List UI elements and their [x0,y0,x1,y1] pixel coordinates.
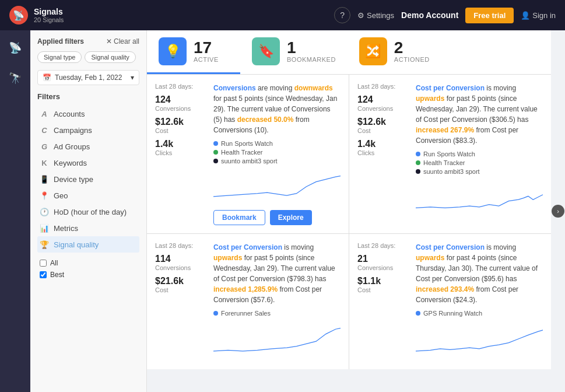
checkbox-all-input[interactable] [40,260,47,267]
card-3: Last 28 days: 114 Conversions $21.6k Cos… [147,234,349,369]
card-2-text: Cost per Conversion is moving upwards fo… [416,83,543,146]
tab-bookmarked[interactable]: 🔖 1 BOOKMARKED [240,30,348,74]
filter-accounts-label: Accounts [54,110,85,118]
chevron-down-icon: ▾ [131,74,134,82]
help-button[interactable]: ? [334,7,350,23]
checkbox-best-label: Best [50,271,64,279]
card-3-period: Last 28 days: [155,242,208,249]
filter-campaigns[interactable]: C Campaigns [37,122,139,138]
top-navigation: 📡 Signals 20 Signals ? ⚙ Settings Demo A… [0,0,565,30]
filter-metrics[interactable]: 📊 Metrics [37,220,139,236]
card-4-period: Last 28 days: [357,242,410,249]
card-3-sources: Forerunner Sales [213,310,341,317]
filter-campaigns-label: Campaigns [54,126,92,135]
filter-ad-groups[interactable]: G Ad Groups [37,138,139,155]
source-c3-dot [213,311,218,316]
filters-section-label: Filters [37,92,139,101]
actioned-count: 2 [394,40,430,56]
filter-keywords-label: Keywords [54,159,87,167]
filter-hod[interactable]: 🕐 HoD (hour of the day) [37,204,139,220]
nav-right: ? ⚙ Settings Demo Account Free trial 👤 S… [334,7,556,23]
filter-metrics-label: Metrics [54,224,78,233]
checkbox-best-input[interactable] [40,271,47,278]
card-1-period: Last 28 days: [155,83,208,90]
card-1: Last 28 days: 124 Conversions $12.6k Cos… [147,75,349,233]
card-4-metric-link[interactable]: Cost per Conversion [416,243,485,251]
card-2-cost: $12.6k Cost [357,117,410,134]
card-2-inner: Last 28 days: 124 Conversions $12.6k Cos… [357,83,543,219]
expand-panel: › [551,30,565,392]
applied-filters-label: Applied filters [37,37,84,46]
card-3-text: Cost per Conversion is moving upwards fo… [213,242,341,305]
bookmarked-count: 1 [287,40,336,56]
filter-device-type[interactable]: 📱 Device type [37,171,139,187]
checkbox-all[interactable]: All [40,257,137,269]
filter-signal-quality[interactable]: 🏆 Signal quality [37,236,139,253]
free-trial-button[interactable]: Free trial [465,8,514,23]
tab-active[interactable]: 💡 17 ACTIVE [147,30,240,74]
card-4-cost: $1.1k Cost [357,276,410,293]
card-3-stats: Last 28 days: 114 Conversions $21.6k Cos… [155,242,208,361]
icon-rail: 📡 🔭 [0,30,30,392]
card-2-metric-link[interactable]: Cost per Conversion [416,84,485,92]
accounts-icon: A [40,109,49,118]
settings-icon: ⚙ [357,11,364,20]
source-k-dot [213,159,218,163]
card-1-sources: Run Sports Watch Health Tracker suunto a… [213,140,341,164]
app-title: Signals 20 Signals [34,7,64,23]
card-4-stats: Last 28 days: 21 Conversions $1.1k Cost [357,242,410,361]
expand-button[interactable]: › [552,205,564,218]
filter-accounts[interactable]: A Accounts [37,106,139,122]
card-1-actions: Bookmark Explore [213,210,341,225]
app-logo: 📡 [9,6,28,24]
date-label: Tuesday, Feb 1, 2022 [55,74,122,82]
user-icon: 👤 [521,11,530,20]
checkbox-best[interactable]: Best [40,269,137,281]
date-picker[interactable]: 📅 Tuesday, Feb 1, 2022 ▾ [37,70,139,85]
card-1-text: Conversions are moving downwards for pas… [213,83,341,135]
bookmarked-icon-box: 🔖 [252,37,280,65]
card-1-content: Conversions are moving downwards for pas… [213,83,341,225]
filter-hod-label: HoD (hour of the day) [54,208,127,216]
app-name: Signals [34,7,64,16]
card-4: Last 28 days: 21 Conversions $1.1k Cost … [349,234,551,369]
rail-signals-icon[interactable]: 📡 [5,37,26,58]
filter-chips: Signal type Signal quality [37,51,139,63]
filter-keywords[interactable]: K Keywords [37,155,139,171]
account-name: Demo Account [401,10,458,20]
explore-button[interactable]: Explore [270,210,312,225]
card-4-content: Cost per Conversion is moving upwards fo… [416,242,543,361]
bookmarked-label: BOOKMARKED [287,56,336,63]
source-g2-dot [416,160,420,165]
tab-actioned[interactable]: 🔀 2 ACTIONED [348,30,441,74]
settings-button[interactable]: ⚙ Settings [357,11,394,20]
card-2: Last 28 days: 124 Conversions $12.6k Cos… [349,75,551,233]
filter-geo[interactable]: 📍 Geo [37,187,139,204]
source-c4-dot [416,311,420,316]
sign-in-button[interactable]: 👤 Sign in [521,11,556,20]
card-2-sources: Run Sports Watch Health Tracker suunto a… [416,150,543,175]
card-1-metric-link[interactable]: Conversions [213,84,256,92]
chip-signal-quality[interactable]: Signal quality [85,51,135,63]
clear-all-button[interactable]: ✕ Clear all [106,37,139,46]
signal-quality-icon: 🏆 [40,240,49,249]
source-c4: GPS Running Watch [416,310,543,317]
source-c-dot [213,141,218,146]
card-3-metric-link[interactable]: Cost per Conversion [213,243,282,251]
bookmark-button[interactable]: Bookmark [213,210,265,225]
stats-bar: 💡 17 ACTIVE 🔖 1 BOOKMARKED 🔀 2 ACTIONED [147,30,551,75]
active-stat-info: 17 ACTIVE [194,40,219,63]
sidebar: Applied filters ✕ Clear all Signal type … [30,30,147,392]
geo-icon: 📍 [40,191,49,200]
rail-explore-icon[interactable]: 🔭 [5,68,26,89]
app-subtitle: 20 Signals [34,16,64,23]
main-content: 💡 17 ACTIVE 🔖 1 BOOKMARKED 🔀 2 ACTIONED [147,30,551,392]
source-c2: Run Sports Watch [416,150,543,158]
card-3-conversions: 114 Conversions [155,254,208,271]
filter-geo-label: Geo [54,191,68,200]
hod-icon: 🕐 [40,207,49,216]
card-2-clicks: 1.4k Clicks [357,139,410,156]
actioned-stat-info: 2 ACTIONED [394,40,430,63]
card-2-conversions: 124 Conversions [357,94,410,112]
chip-signal-type[interactable]: Signal type [37,51,82,63]
